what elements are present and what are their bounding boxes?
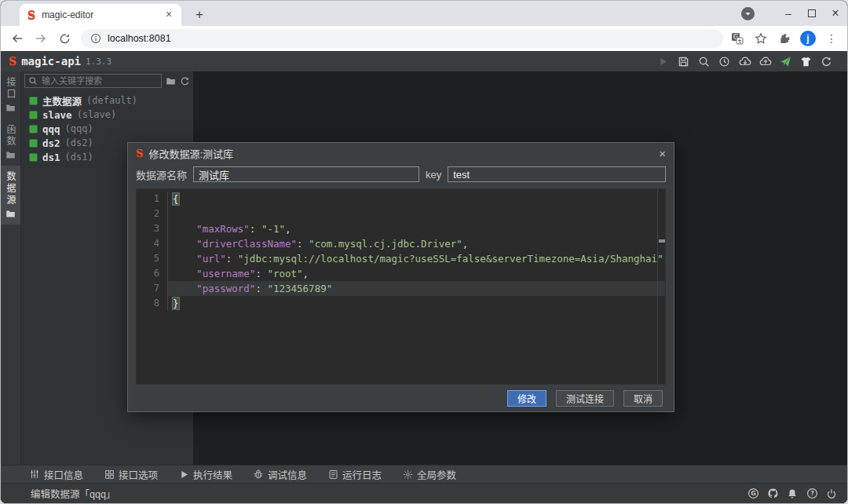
browser-titlebar: S magic-editor × + – × — [1, 1, 847, 26]
line-code: "driverClassName": "com.mysql.cj.jdbc.Dr… — [168, 236, 665, 251]
app-body: 接口函数数据源 主数据源(default — [1, 71, 847, 465]
tree-search-box[interactable] — [24, 74, 162, 88]
dialog-buttons: 修改测试连接取消 — [128, 385, 674, 411]
theme-shirt-icon[interactable] — [799, 55, 813, 68]
translate-icon[interactable]: G — [729, 31, 745, 46]
menu-kebab-icon[interactable]: ⋮ — [824, 31, 839, 46]
maximize-button[interactable] — [800, 1, 824, 26]
github-icon[interactable] — [766, 488, 779, 500]
folder-icon[interactable] — [166, 76, 176, 86]
sidebar-tab-function[interactable]: 函数 — [1, 119, 20, 166]
test-connection-button[interactable]: 测试连接 — [556, 390, 614, 407]
tree-search-input[interactable] — [42, 76, 158, 86]
bottom-tab[interactable]: 调试信息 — [253, 467, 307, 482]
cloud-download-icon[interactable] — [738, 55, 751, 68]
cancel-button[interactable]: 取消 — [623, 390, 663, 407]
editor-line: 4 "driverClassName": "com.mysql.cj.jdbc.… — [137, 236, 665, 251]
browser-window: S magic-editor × + – × localhost — [0, 0, 848, 504]
help-icon[interactable]: ? — [806, 488, 818, 500]
app-name: magic-api — [21, 55, 81, 68]
name-field-label: 数据源名称 — [136, 167, 187, 182]
datasource-tree-item[interactable]: 主数据源(default) — [29, 93, 193, 108]
bottom-tab-bar: 接口信息接口选项执行结果调试信息运行日志全局参数 — [1, 465, 847, 483]
send-icon[interactable] — [779, 55, 792, 68]
reload-icon[interactable] — [56, 30, 73, 47]
datasource-name: ds2 — [42, 137, 60, 149]
bottom-tab[interactable]: 运行日志 — [327, 467, 382, 482]
dialog-title: 修改数据源:测试库 — [148, 146, 233, 161]
sidebar-tab-datasource[interactable]: 数据源 — [1, 166, 20, 225]
editor-line: 6 "username": "root", — [137, 266, 665, 281]
gitee-icon[interactable]: G — [747, 488, 759, 500]
forward-icon[interactable] — [32, 30, 49, 47]
status-icons: G? — [747, 488, 838, 500]
power-icon[interactable] — [825, 488, 838, 500]
chrome-update-icon[interactable] — [741, 7, 755, 20]
back-icon[interactable] — [9, 30, 26, 47]
address-url-field[interactable]: localhost:8081 — [81, 29, 723, 48]
datasource-name: qqq — [42, 123, 60, 135]
bottom-tab[interactable]: 执行结果 — [178, 467, 232, 482]
sidebar-tab-api[interactable]: 接口 — [1, 71, 20, 119]
maximize-icon — [808, 9, 816, 17]
status-text: 编辑数据源「qqq」 — [31, 486, 115, 501]
search-icon — [28, 76, 38, 86]
datasource-key-input[interactable] — [448, 166, 666, 182]
info-icon[interactable] — [90, 33, 101, 44]
line-code: "maxRows": "-1", — [168, 221, 665, 236]
profile-avatar[interactable]: j — [800, 31, 816, 46]
tab-close-icon[interactable]: × — [163, 9, 175, 21]
line-code: "username": "root", — [168, 266, 665, 281]
line-number: 2 — [137, 206, 168, 221]
play-icon[interactable] — [656, 55, 670, 68]
cloud-upload-icon[interactable] — [758, 55, 772, 68]
sidebar-tab-label: 接口 — [4, 77, 17, 100]
editor-line: 2 — [137, 206, 665, 221]
line-number: 1 — [137, 192, 168, 206]
refresh-icon[interactable] — [820, 55, 833, 68]
datasource-key: (slave) — [77, 109, 117, 120]
datasource-name-input[interactable] — [193, 166, 419, 182]
datasource-tree-item[interactable]: qqq(qqq) — [29, 122, 193, 136]
app-header: S magic-api 1.3.3 — [1, 51, 847, 71]
datasource-key: (default) — [86, 95, 137, 106]
magic-api-app: S magic-api 1.3.3 接口函数数据源 — [1, 51, 847, 503]
browser-tab[interactable]: S magic-editor × — [20, 4, 181, 26]
line-code: } — [168, 296, 665, 311]
datasource-icon — [29, 111, 38, 119]
scrollbar-thumb[interactable] — [659, 239, 665, 243]
bookmark-star-icon[interactable] — [753, 31, 769, 46]
bottom-tab[interactable]: 接口选项 — [104, 467, 158, 482]
editor-line: 8} — [137, 296, 665, 311]
new-tab-button[interactable]: + — [191, 6, 208, 24]
status-bar: 编辑数据源「qqq」 G? — [1, 483, 847, 503]
datasource-icon — [29, 153, 38, 162]
editor-scrollbar[interactable] — [657, 189, 665, 384]
browser-addressbar: localhost:8081 G j ⋮ — [1, 26, 847, 51]
datasource-name: ds1 — [42, 152, 60, 163]
refresh-icon[interactable] — [180, 76, 190, 86]
extensions-icon[interactable] — [777, 31, 792, 46]
addressbar-right-icons: G j ⋮ — [729, 31, 839, 46]
tree-search-row — [21, 71, 193, 89]
edit-datasource-dialog: S 修改数据源:测试库 × 数据源名称 key 1{23 "maxRows": … — [127, 142, 674, 412]
bottom-tab[interactable]: 接口信息 — [29, 467, 83, 482]
bottom-tab[interactable]: 全局参数 — [402, 467, 456, 482]
search-icon[interactable] — [697, 55, 711, 68]
save-icon[interactable] — [677, 55, 690, 68]
modify-button[interactable]: 修改 — [507, 390, 546, 407]
datasource-name: slave — [42, 109, 72, 121]
close-window-button[interactable]: × — [824, 1, 847, 26]
history-icon[interactable] — [718, 55, 731, 68]
minimize-button[interactable]: – — [777, 1, 800, 26]
datasource-tree-item[interactable]: slave(slave) — [29, 108, 193, 122]
json-code-editor[interactable]: 1{23 "maxRows": "-1",4 "driverClassName"… — [136, 188, 666, 385]
bell-icon[interactable] — [786, 488, 799, 500]
folder-icon — [5, 103, 16, 114]
dialog-close-icon[interactable]: × — [659, 148, 666, 159]
play-icon — [178, 469, 189, 480]
datasource-name: 主数据源 — [42, 93, 82, 108]
dialog-form-row: 数据源名称 key — [128, 163, 674, 185]
magic-api-logo-icon: S — [9, 56, 16, 67]
header-toolbar — [656, 55, 839, 68]
